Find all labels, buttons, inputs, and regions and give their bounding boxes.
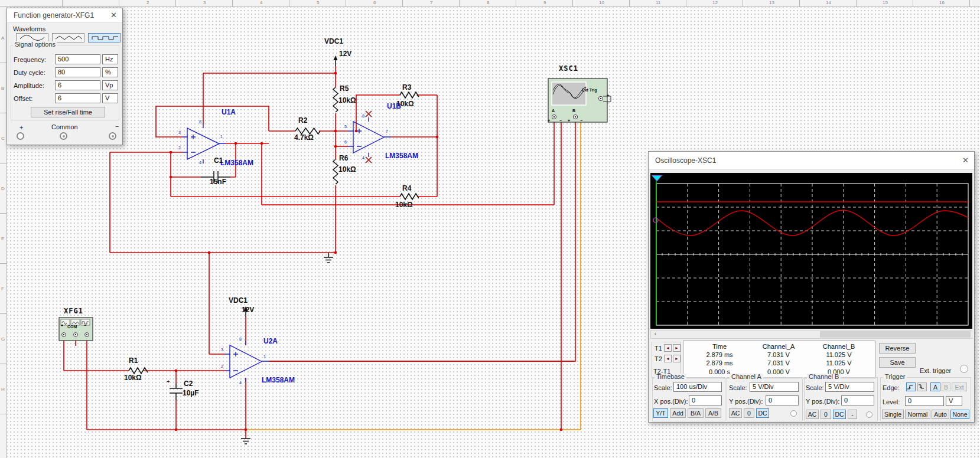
auto-button[interactable]: Auto: [932, 410, 949, 419]
label-ruler-h-9: 9: [543, 1, 546, 5]
function-generator-window[interactable]: Function generator-XFG1 ✕ Waveforms Sign…: [6, 8, 123, 145]
close-icon[interactable]: ✕: [961, 155, 971, 165]
label-xsc1-b-plus: +: [568, 119, 570, 123]
timebase-scale-input[interactable]: 100 us/Div: [673, 382, 722, 392]
label-ruler-v-A: A: [1, 36, 4, 41]
cha-ac-button[interactable]: AC: [729, 408, 742, 418]
label-r5-ref: R5: [340, 85, 349, 92]
cha-scale-input[interactable]: 5 V/Div: [750, 382, 799, 392]
triangle-wave-icon: [53, 34, 84, 42]
frequency-label: Frequency:: [14, 56, 46, 63]
offset-input[interactable]: 6: [55, 93, 100, 103]
scroll-left-arrow[interactable]: ‹: [651, 331, 660, 338]
label-r4-val: 10kΩ: [395, 201, 413, 208]
signal-options-label: Signal options: [13, 41, 57, 48]
normal-button[interactable]: Normal: [905, 410, 930, 419]
save-button[interactable]: Save: [879, 357, 916, 368]
label-ruler-v-E: E: [1, 237, 4, 241]
oscilloscope-title: Oscilloscope-XSC1: [655, 156, 716, 165]
oscilloscope-titlebar[interactable]: Oscilloscope-XSC1 ✕: [649, 152, 974, 170]
ab-button[interactable]: A/B: [705, 408, 721, 418]
label-u1a-pin4: 4: [199, 161, 201, 165]
close-icon[interactable]: ✕: [109, 10, 119, 20]
label-u2a-val: LM358AM: [262, 377, 295, 384]
oscilloscope-window[interactable]: Oscilloscope-XSC1 ✕: [648, 151, 975, 423]
scope-display[interactable]: [650, 173, 972, 329]
ext-trigger-label: Ext. trigger: [920, 367, 951, 374]
duty-cycle-unit[interactable]: %: [102, 67, 118, 77]
ext-trigger-radio[interactable]: [960, 365, 968, 373]
amplitude-label: Amplitude:: [14, 82, 44, 89]
label-ruler-h-7: 7: [430, 1, 432, 5]
plus-terminal[interactable]: [17, 132, 24, 140]
label-u2a-pin3: 3: [221, 348, 223, 352]
rising-edge-icon: [907, 384, 914, 390]
none-button[interactable]: None: [950, 410, 969, 419]
label-u1a-pin1: 1: [220, 135, 223, 139]
label-u1b-val: LM358AM: [385, 152, 418, 159]
label-vdc1-top-val: 12V: [339, 50, 351, 57]
frequency-unit[interactable]: Hz: [102, 54, 118, 64]
cha-radio[interactable]: [790, 410, 797, 417]
common-terminal[interactable]: [60, 132, 67, 140]
level-input[interactable]: 0: [905, 396, 944, 406]
chb-ac-button[interactable]: AC: [806, 410, 819, 419]
reverse-button[interactable]: Reverse: [879, 343, 916, 354]
trigger-a-button[interactable]: A: [930, 382, 940, 391]
scroll-thumb[interactable]: [820, 331, 971, 338]
chb-minus-button[interactable]: -: [848, 410, 857, 419]
amplitude-unit[interactable]: Vp: [102, 80, 118, 90]
label-u1a-pin2: 2: [178, 146, 181, 150]
t1-time: 2.879 ms: [690, 351, 749, 358]
add-button[interactable]: Add: [670, 408, 686, 418]
chb-zero-button[interactable]: 0: [821, 410, 831, 419]
cha-zero-button[interactable]: 0: [744, 408, 754, 418]
chb-scale-input[interactable]: 5 V/Div: [825, 382, 874, 392]
amplitude-input[interactable]: 6: [55, 80, 100, 90]
label-ruler-h-11: 11: [656, 1, 660, 5]
single-button[interactable]: Single: [882, 410, 904, 419]
chb-dc-button[interactable]: DC: [833, 410, 846, 419]
xpos-input[interactable]: 0: [689, 395, 722, 405]
offset-label: Offset:: [14, 95, 32, 102]
t2-right-button[interactable]: ►: [673, 355, 681, 362]
chb-radio[interactable]: [866, 411, 872, 418]
square-wave-button[interactable]: [88, 33, 121, 42]
ba-button[interactable]: B/A: [688, 408, 704, 418]
label-c2-polarity: +: [167, 380, 170, 385]
frequency-input[interactable]: 500: [55, 54, 100, 64]
t2-time: 2.879 ms: [690, 359, 749, 367]
channel-b-label: Channel B: [807, 374, 841, 380]
chb-ypos-label: Y pos.(Div):: [806, 398, 839, 405]
label-u1a-pin8: 8: [199, 120, 201, 124]
t1-right-button[interactable]: ►: [673, 344, 681, 352]
edge-falling-button[interactable]: [917, 382, 927, 391]
label-xsc1-ext-trig: Ext Trig: [582, 88, 597, 92]
set-rise-fall-button[interactable]: Set rise/Fall time: [31, 107, 105, 117]
yt-button[interactable]: Y/T: [653, 408, 668, 418]
label-u1b-pin7: 7: [386, 129, 388, 133]
level-unit[interactable]: V: [946, 396, 962, 406]
scope-scrollbar[interactable]: ‹: [650, 330, 972, 339]
t2-channel-a: 7.031 V: [749, 359, 808, 367]
chb-ypos-input[interactable]: 0: [841, 395, 874, 405]
offset-unit[interactable]: V: [102, 93, 118, 103]
schematic-workspace[interactable]: Function generator-XFG1 ✕ Waveforms Sign…: [0, 0, 980, 458]
trigger-ext-button[interactable]: Ext: [952, 382, 967, 391]
label-u1a-val: LM358AM: [220, 159, 253, 166]
function-generator-titlebar[interactable]: Function generator-XFG1 ✕: [7, 8, 122, 23]
falling-edge-icon: [918, 384, 925, 390]
duty-cycle-input[interactable]: 80: [55, 67, 100, 77]
cha-dc-button[interactable]: DC: [756, 408, 769, 418]
label-ruler-v-B: B: [1, 86, 4, 91]
label-r1-val: 10kΩ: [124, 374, 142, 381]
label-xsc1-a-minus: −: [559, 119, 562, 123]
cha-ypos-input[interactable]: 0: [766, 395, 799, 405]
minus-terminal[interactable]: [109, 132, 116, 140]
col-channel-b: Channel_B: [809, 343, 868, 350]
edge-rising-button[interactable]: [906, 382, 916, 391]
t1-left-button[interactable]: ◄: [664, 344, 672, 352]
t2-left-button[interactable]: ◄: [664, 355, 672, 362]
label-u2a-pin2: 2: [221, 364, 223, 368]
trigger-b-button[interactable]: B: [942, 382, 950, 391]
